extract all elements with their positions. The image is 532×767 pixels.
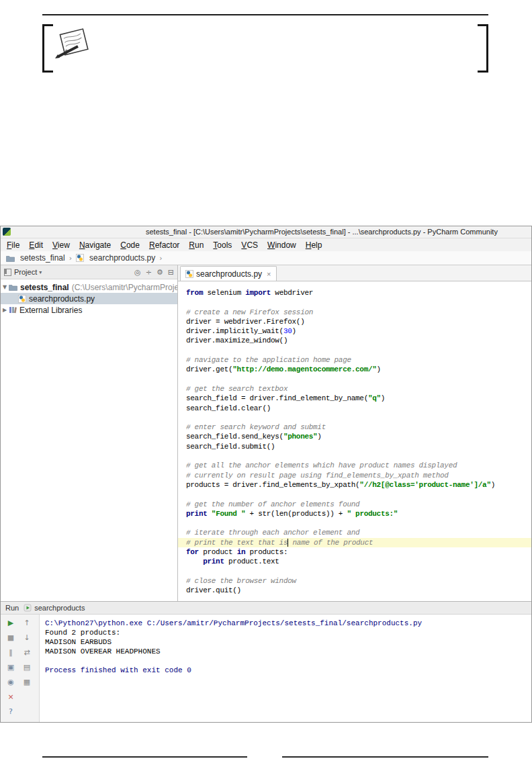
project-panel-title: Project [14,268,37,276]
menu-item-navigate[interactable]: Navigate [75,240,116,251]
code-line[interactable]: # enter search keyword and submit [178,422,531,432]
note-bracket-left [42,24,44,73]
code-line[interactable]: driver = webdriver.Firefox() [178,317,531,326]
chevron-down-icon[interactable]: ▾ [39,269,42,275]
run-tab-label: searchproducts [34,604,85,612]
code-line[interactable]: # get the number of anchor elements foun… [178,500,531,509]
run-console[interactable]: C:\Python27\python.exe C:/Users/amitr/Py… [40,615,531,722]
tree-root-path: (C:\Users\amitr\PycharmProjects\sete [72,283,177,292]
chevron-down-icon[interactable]: ▼ [1,284,9,290]
tree-item-project-root[interactable]: ▼ setests_final (C:\Users\amitr\PycharmP… [1,281,177,293]
book-page: setests_final - [C:\Users\amitr\PycharmP… [0,0,532,767]
help-icon[interactable]: ? [5,707,16,717]
pause-output-icon[interactable]: ‖ [5,647,16,658]
code-line[interactable]: # currently on result page using find_el… [178,471,531,480]
menu-item-run[interactable]: Run [184,240,208,251]
restore-layout-icon[interactable]: ▣ [5,662,16,673]
menu-item-tools[interactable]: Tools [208,240,236,251]
collapse-all-icon[interactable]: ÷ [146,269,152,276]
code-line[interactable]: # navigate to the application home page [178,355,531,365]
stop-icon[interactable]: ■ [5,633,16,643]
code-line[interactable]: driver.get("http://demo.magentocommerce.… [178,365,531,374]
run-panel-header: Run searchproducts [1,602,531,615]
menu-item-edit[interactable]: Edit [24,240,48,251]
note-bracket-right-bottom [478,71,488,73]
ide-main-area: Project ▾ ◎÷⚙⊟ ▼ setests_final (C:\Users… [1,265,531,601]
up-stack-icon[interactable]: ↑ [21,618,32,629]
chevron-right-icon: › [159,254,163,263]
close-icon[interactable]: × [5,692,16,703]
editor-tab-bar: searchproducts.py × [178,265,531,281]
menu-item-view[interactable]: View [48,240,75,251]
run-panel-title: Run [5,604,19,612]
clear-all-icon[interactable]: ▦ [21,677,32,688]
code-line[interactable] [178,298,531,307]
menu-item-window[interactable]: Window [263,240,301,251]
code-line[interactable]: products = driver.find_elements_by_xpath… [178,480,531,490]
top-rule [42,14,488,15]
tree-item-searchproducts[interactable]: searchproducts.py [1,293,177,304]
code-line[interactable]: # iterate through each anchor element an… [178,528,531,537]
code-line[interactable]: print "Found " + str(len(products)) + " … [178,509,531,518]
code-line[interactable] [178,518,531,528]
breadcrumb-file-label: searchproducts.py [89,253,155,263]
breadcrumb-project[interactable]: setests_final [6,253,65,263]
run-toolbar-col2: ↑↓⇄▤▦ [19,618,34,722]
code-line[interactable]: # get the search textbox [178,384,531,394]
editor-area: searchproducts.py × from selenium import… [178,265,531,601]
settings-icon[interactable]: ⚙ [157,269,163,276]
footer-rule-right [282,756,488,758]
soft-wrap-icon[interactable]: ⇄ [21,647,32,658]
code-line[interactable] [178,567,531,576]
code-line[interactable]: from selenium import webdriver [178,288,531,298]
menu-item-file[interactable]: File [2,240,24,251]
rerun-icon[interactable]: ▶ [5,618,16,629]
code-editor[interactable]: from selenium import webdriver # create … [178,281,531,601]
editor-tab-searchproducts[interactable]: searchproducts.py × [180,266,277,281]
project-panel-header: Project ▾ ◎÷⚙⊟ [1,265,177,279]
code-line[interactable] [178,413,531,422]
code-line[interactable]: search_field = driver.find_element_by_na… [178,394,531,403]
menu-item-code[interactable]: Code [116,240,144,251]
code-line[interactable]: # print the text that is name of the pro… [178,538,531,547]
code-line[interactable] [178,375,531,384]
breadcrumb: setests_final › searchproducts.py › [1,251,531,265]
menu-item-help[interactable]: Help [301,240,327,251]
code-line[interactable]: driver.implicitly_wait(30) [178,326,531,336]
code-line[interactable]: for product in products: [178,547,531,557]
hide-panel-icon[interactable]: ⊟ [168,269,174,276]
code-line[interactable]: # close the browser window [178,576,531,586]
code-line[interactable]: # get all the anchor elements which have… [178,461,531,470]
code-line[interactable] [178,451,531,461]
pin-tab-icon[interactable]: ◉ [5,677,16,688]
code-line[interactable] [178,346,531,355]
console-line: C:\Python27\python.exe C:/Users/amitr/Py… [45,619,526,628]
window-title: setests_final - [C:\Users\amitr\PycharmP… [146,228,498,236]
breadcrumb-project-label: setests_final [20,253,65,263]
tree-item-external-libraries[interactable]: ▶ External Libraries [1,304,177,316]
project-panel: Project ▾ ◎÷⚙⊟ ▼ setests_final (C:\Users… [1,265,178,601]
code-line[interactable]: search_field.send_keys("phones") [178,432,531,441]
code-line[interactable]: driver.quit() [178,586,531,595]
down-stack-icon[interactable]: ↓ [21,633,32,643]
run-tab-searchproducts[interactable]: searchproducts [24,604,85,612]
chevron-right-icon[interactable]: ▶ [1,307,9,313]
print-icon[interactable]: ▤ [21,662,32,673]
scroll-from-source-icon[interactable]: ◎ [134,269,141,276]
console-line: Found 2 products: [45,628,526,637]
code-line[interactable]: search_field.submit() [178,442,531,451]
menu-item-vcs[interactable]: VCS [236,240,263,251]
folder-icon [6,255,15,262]
code-line[interactable] [178,490,531,499]
menu-item-refactor[interactable]: Refactor [144,240,184,251]
close-icon[interactable]: × [267,270,271,278]
window-title-bar[interactable]: setests_final - [C:\Users\amitr\PycharmP… [1,226,531,238]
code-line[interactable]: search_field.clear() [178,404,531,413]
code-line[interactable]: # create a new Firefox session [178,308,531,317]
code-line[interactable]: driver.maximize_window() [178,336,531,345]
notes-icon [54,23,94,66]
breadcrumb-file[interactable]: searchproducts.py [76,253,155,263]
tree-root-label: setests_final [20,283,69,292]
code-line[interactable]: print product.text [178,557,531,566]
tree-libraries-label: External Libraries [19,306,82,315]
